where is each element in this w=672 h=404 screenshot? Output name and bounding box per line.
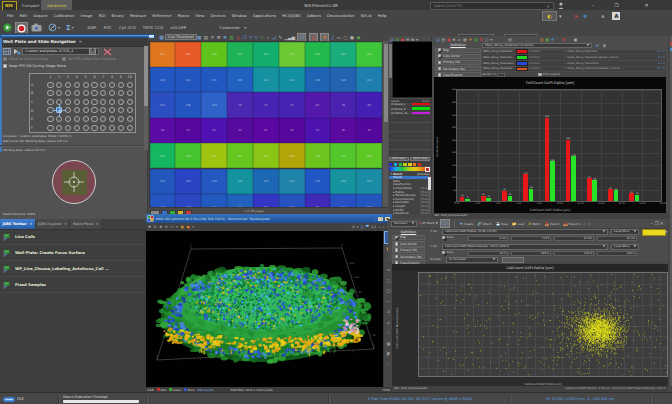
gray-icon[interactable]: ▾ (490, 37, 492, 42)
live-thumbnail-button[interactable]: ▦ Live Thumbnail (158, 34, 197, 41)
menu-addons[interactable]: Addons (304, 13, 324, 18)
well-D9[interactable] (118, 107, 124, 113)
box-icon[interactable]: ▢ (343, 35, 347, 40)
definition-secondary-obj[interactable]: Secondary Obj (392, 254, 425, 260)
heatmap-tile[interactable]: 42 (356, 118, 381, 143)
heatmap-tile[interactable]: 248 (175, 143, 201, 168)
heatmap-tile[interactable]: 289 (305, 42, 331, 67)
well-B3[interactable] (65, 90, 71, 96)
well-D8[interactable] (109, 107, 115, 113)
maximize-button[interactable]: ❐ (608, 0, 625, 10)
optical-config-fitc[interactable]: FITC (100, 25, 115, 30)
range-field[interactable]: 105.6 (554, 251, 594, 256)
preview-image[interactable] (392, 41, 433, 98)
heatmap-tile[interactable]: 303 (330, 42, 356, 67)
well-F1[interactable] (47, 125, 53, 131)
zoomin-icon[interactable]: ⌕ (383, 225, 385, 229)
menu-hcajobs[interactable]: HCA/JOBS (279, 13, 304, 18)
split-icon[interactable]: ◫ (361, 225, 364, 229)
gray-icon[interactable]: ▢ (485, 37, 489, 42)
bar-green[interactable] (465, 199, 470, 201)
heatmap-tile[interactable]: 131 (253, 67, 279, 92)
heatmap-tile[interactable]: 52 (201, 118, 227, 143)
heatmap-tile[interactable]: 120 (150, 169, 176, 194)
zoom-icon[interactable]: ⌕ (588, 221, 590, 226)
menu-deconvolution[interactable]: Deconvolution (324, 13, 358, 18)
play-button[interactable] (3, 23, 12, 32)
autohide-edge-strip[interactable] (669, 36, 672, 386)
menu-reference[interactable]: Reference (149, 13, 174, 18)
doc-blue-icon[interactable]: ❏ (436, 37, 440, 42)
well-F3[interactable] (65, 125, 71, 131)
well-D7[interactable] (100, 107, 106, 113)
gray-icon[interactable]: ▭ (457, 37, 461, 42)
well-C5[interactable] (83, 99, 89, 105)
auto-checkbox[interactable]: Auto (442, 236, 453, 239)
well-A1[interactable] (47, 82, 53, 88)
bar-red[interactable] (566, 140, 571, 201)
menu-view[interactable]: View (192, 13, 207, 18)
well-C9[interactable] (118, 99, 124, 105)
job-item[interactable]: WP_Live_Choose_Labeling_Autofocus_Cell .… (0, 261, 147, 277)
minus-icon[interactable]: ▭ (336, 35, 340, 40)
full-icon[interactable]: ▀ (366, 225, 369, 229)
spline-icon[interactable]: ∫ (332, 35, 334, 40)
heatmap-tile[interactable]: 120 (330, 67, 356, 92)
menu-calibration[interactable]: Calibration (51, 13, 78, 18)
auto-checkbox[interactable]: Auto (442, 251, 453, 254)
wellplate-select[interactable]: Custom wellplates 32336_4 ▼ (22, 48, 99, 55)
rec-red-icon[interactable]: ● (447, 37, 451, 42)
scatter-chart[interactable]: CellCount.DAPI.MeanIntensity240.0220.020… (392, 271, 668, 386)
palette-icon[interactable] (418, 163, 421, 166)
heatmap-tile[interactable]: 109 (227, 67, 253, 92)
palette-icon[interactable] (394, 163, 397, 166)
heatmap-tile[interactable]: 85 (305, 194, 331, 207)
bar-green[interactable] (635, 195, 640, 201)
doc-icon[interactable]: ❏ (272, 35, 276, 40)
heatmap-tile[interactable]: 275 (279, 42, 305, 67)
heatmap-tile[interactable]: 44 (227, 118, 253, 143)
heatmap-tile[interactable]: 125 (356, 67, 381, 92)
heatmap-tile[interactable]: 74 (253, 92, 279, 117)
remove-plate-icon[interactable] (103, 48, 112, 56)
definition-primary-obj[interactable]: Primary Obj (435, 60, 481, 66)
heatmap-view[interactable]: 4123852682973012752893032921181221151091… (149, 41, 382, 207)
close-icon[interactable]: ✕ (64, 222, 67, 226)
well-A6[interactable] (91, 82, 97, 88)
well-A4[interactable] (74, 82, 80, 88)
menu-edit[interactable]: Edit (17, 13, 31, 18)
heatmap-tile[interactable]: 110 (279, 194, 305, 207)
wellplate-grid[interactable]: 12345678910ABCDEF (29, 73, 136, 134)
well-D10[interactable] (127, 107, 133, 113)
range-field[interactable]: 240.0 (597, 251, 637, 256)
bar-green[interactable] (486, 198, 491, 201)
heatmap-tile[interactable]: 412 (150, 42, 176, 67)
zoomfit-icon[interactable]: ⌕ (378, 225, 380, 229)
smaller-button[interactable]: ... (502, 257, 524, 263)
play-small-icon[interactable]: ▷ (261, 35, 265, 40)
heatmap-tile[interactable]: 43 (175, 118, 201, 143)
close-icon[interactable]: ✕ (96, 222, 99, 226)
heatmap-tile[interactable]: 297 (227, 42, 253, 67)
heatmap-tile[interactable]: 128 (279, 67, 305, 92)
chevron-down-icon[interactable]: ▼ (665, 230, 667, 234)
range-field[interactable]: 298.0 (511, 251, 551, 256)
definition-secondary-obj[interactable]: Secondary Obj (435, 66, 481, 72)
palette-icon[interactable] (403, 163, 406, 166)
bar-red[interactable] (481, 196, 486, 201)
tree-item-maxferet[interactable]: ▸ MaxFeret[Pixel] (389, 211, 431, 213)
well-B5[interactable] (83, 90, 89, 96)
gray-icon[interactable]: ▣ (573, 37, 577, 42)
heatmap-tile[interactable]: 258 (356, 143, 381, 168)
definition-map[interactable]: Map (435, 48, 481, 54)
feature-dropdown[interactable]: CellCount.DAPI.MeanIntensity: 105.6 (298… (442, 244, 608, 250)
well-F9[interactable] (118, 125, 124, 131)
range-field[interactable]: 40.0 (468, 251, 508, 256)
well-A2[interactable] (56, 82, 62, 88)
pencil-icon[interactable]: ✎ (278, 35, 282, 40)
heatmap-tile[interactable]: 297 (201, 143, 227, 168)
smaller-dropdown[interactable]: by Smallest▼ (446, 257, 498, 263)
well-F7[interactable] (100, 125, 106, 131)
palette-icon[interactable] (413, 163, 416, 166)
heatmap-tile[interactable]: 73 (279, 92, 305, 117)
